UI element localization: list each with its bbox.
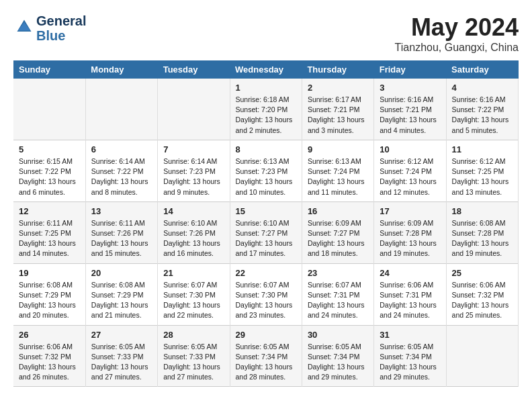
weekday-header-monday: Monday xyxy=(85,60,157,79)
calendar-cell: 18Sunrise: 6:08 AM Sunset: 7:28 PM Dayli… xyxy=(446,201,518,263)
calendar-week-row: 26Sunrise: 6:06 AM Sunset: 7:32 PM Dayli… xyxy=(13,325,519,387)
month-title: May 2024 xyxy=(395,13,519,42)
day-info: Sunrise: 6:13 AM Sunset: 7:23 PM Dayligh… xyxy=(236,156,296,197)
calendar-cell: 1Sunrise: 6:18 AM Sunset: 7:20 PM Daylig… xyxy=(230,79,302,140)
calendar-cell: 14Sunrise: 6:10 AM Sunset: 7:26 PM Dayli… xyxy=(158,201,230,263)
calendar-cell: 30Sunrise: 6:05 AM Sunset: 7:34 PM Dayli… xyxy=(302,325,373,387)
day-number: 7 xyxy=(163,144,224,154)
weekday-header-tuesday: Tuesday xyxy=(158,60,230,79)
day-number: 30 xyxy=(308,330,368,340)
calendar-week-row: 12Sunrise: 6:11 AM Sunset: 7:25 PM Dayli… xyxy=(13,201,519,263)
calendar-cell: 22Sunrise: 6:07 AM Sunset: 7:30 PM Dayli… xyxy=(230,263,302,325)
day-info: Sunrise: 6:05 AM Sunset: 7:34 PM Dayligh… xyxy=(308,342,368,383)
calendar-cell: 10Sunrise: 6:12 AM Sunset: 7:24 PM Dayli… xyxy=(374,140,446,201)
svg-marker-1 xyxy=(18,22,30,31)
day-number: 3 xyxy=(380,83,440,93)
day-number: 29 xyxy=(236,330,296,340)
day-number: 31 xyxy=(380,330,440,340)
day-info: Sunrise: 6:07 AM Sunset: 7:31 PM Dayligh… xyxy=(308,280,368,321)
calendar-cell: 13Sunrise: 6:11 AM Sunset: 7:26 PM Dayli… xyxy=(85,201,157,263)
calendar-table: SundayMondayTuesdayWednesdayThursdayFrid… xyxy=(13,60,519,387)
calendar-cell: 27Sunrise: 6:05 AM Sunset: 7:33 PM Dayli… xyxy=(85,325,157,387)
logo-line1: General xyxy=(36,13,86,28)
calendar-cell: 2Sunrise: 6:17 AM Sunset: 7:21 PM Daylig… xyxy=(302,79,373,140)
calendar-cell xyxy=(13,79,85,140)
day-number: 9 xyxy=(308,144,368,154)
day-info: Sunrise: 6:11 AM Sunset: 7:25 PM Dayligh… xyxy=(19,218,80,259)
calendar-cell: 8Sunrise: 6:13 AM Sunset: 7:23 PM Daylig… xyxy=(230,140,302,201)
day-info: Sunrise: 6:08 AM Sunset: 7:29 PM Dayligh… xyxy=(19,280,80,321)
day-info: Sunrise: 6:13 AM Sunset: 7:24 PM Dayligh… xyxy=(308,156,368,197)
day-info: Sunrise: 6:05 AM Sunset: 7:33 PM Dayligh… xyxy=(91,342,152,383)
day-number: 26 xyxy=(19,330,80,340)
day-info: Sunrise: 6:07 AM Sunset: 7:30 PM Dayligh… xyxy=(236,280,296,321)
day-info: Sunrise: 6:09 AM Sunset: 7:28 PM Dayligh… xyxy=(380,218,440,259)
day-info: Sunrise: 6:05 AM Sunset: 7:34 PM Dayligh… xyxy=(380,342,440,383)
day-info: Sunrise: 6:10 AM Sunset: 7:26 PM Dayligh… xyxy=(163,218,224,259)
weekday-header-sunday: Sunday xyxy=(13,60,85,79)
calendar-cell: 12Sunrise: 6:11 AM Sunset: 7:25 PM Dayli… xyxy=(13,201,85,263)
day-info: Sunrise: 6:08 AM Sunset: 7:28 PM Dayligh… xyxy=(452,218,513,259)
day-number: 24 xyxy=(380,268,440,278)
day-number: 2 xyxy=(308,83,368,93)
day-number: 18 xyxy=(452,206,513,216)
day-number: 15 xyxy=(236,206,296,216)
day-number: 12 xyxy=(19,206,80,216)
day-number: 1 xyxy=(236,83,296,93)
calendar-cell xyxy=(85,79,157,140)
weekday-header-saturday: Saturday xyxy=(446,60,518,79)
day-info: Sunrise: 6:14 AM Sunset: 7:22 PM Dayligh… xyxy=(91,156,152,197)
calendar-cell xyxy=(158,79,230,140)
calendar-cell: 31Sunrise: 6:05 AM Sunset: 7:34 PM Dayli… xyxy=(374,325,446,387)
calendar-cell: 21Sunrise: 6:07 AM Sunset: 7:30 PM Dayli… xyxy=(158,263,230,325)
day-info: Sunrise: 6:06 AM Sunset: 7:32 PM Dayligh… xyxy=(19,342,80,383)
title-block: May 2024 Tianzhou, Guangxi, China xyxy=(395,13,519,54)
day-number: 16 xyxy=(308,206,368,216)
day-number: 14 xyxy=(163,206,224,216)
location: Tianzhou, Guangxi, China xyxy=(395,42,519,54)
calendar-cell: 26Sunrise: 6:06 AM Sunset: 7:32 PM Dayli… xyxy=(13,325,85,387)
day-info: Sunrise: 6:08 AM Sunset: 7:29 PM Dayligh… xyxy=(91,280,152,321)
calendar-cell: 25Sunrise: 6:06 AM Sunset: 7:32 PM Dayli… xyxy=(446,263,518,325)
day-info: Sunrise: 6:09 AM Sunset: 7:27 PM Dayligh… xyxy=(308,218,368,259)
day-info: Sunrise: 6:17 AM Sunset: 7:21 PM Dayligh… xyxy=(308,95,368,136)
calendar-cell: 20Sunrise: 6:08 AM Sunset: 7:29 PM Dayli… xyxy=(85,263,157,325)
day-number: 22 xyxy=(236,268,296,278)
day-number: 21 xyxy=(163,268,224,278)
page-header: General Blue May 2024 Tianzhou, Guangxi,… xyxy=(13,13,519,54)
day-info: Sunrise: 6:06 AM Sunset: 7:31 PM Dayligh… xyxy=(380,280,440,321)
day-number: 5 xyxy=(19,144,80,154)
day-info: Sunrise: 6:15 AM Sunset: 7:22 PM Dayligh… xyxy=(19,156,80,197)
calendar-cell: 23Sunrise: 6:07 AM Sunset: 7:31 PM Dayli… xyxy=(302,263,373,325)
calendar-cell: 19Sunrise: 6:08 AM Sunset: 7:29 PM Dayli… xyxy=(13,263,85,325)
calendar-cell: 7Sunrise: 6:14 AM Sunset: 7:23 PM Daylig… xyxy=(158,140,230,201)
day-number: 13 xyxy=(91,206,152,216)
day-number: 8 xyxy=(236,144,296,154)
day-number: 25 xyxy=(452,268,513,278)
calendar-cell: 17Sunrise: 6:09 AM Sunset: 7:28 PM Dayli… xyxy=(374,201,446,263)
calendar-cell: 3Sunrise: 6:16 AM Sunset: 7:21 PM Daylig… xyxy=(374,79,446,140)
day-info: Sunrise: 6:05 AM Sunset: 7:34 PM Dayligh… xyxy=(236,342,296,383)
calendar-cell xyxy=(446,325,518,387)
day-number: 23 xyxy=(308,268,368,278)
logo: General Blue xyxy=(13,13,86,43)
day-info: Sunrise: 6:10 AM Sunset: 7:27 PM Dayligh… xyxy=(236,218,296,259)
day-info: Sunrise: 6:12 AM Sunset: 7:25 PM Dayligh… xyxy=(452,156,513,197)
calendar-cell: 28Sunrise: 6:05 AM Sunset: 7:33 PM Dayli… xyxy=(158,325,230,387)
calendar-cell: 4Sunrise: 6:16 AM Sunset: 7:22 PM Daylig… xyxy=(446,79,518,140)
logo-line2: Blue xyxy=(36,28,86,43)
day-info: Sunrise: 6:05 AM Sunset: 7:33 PM Dayligh… xyxy=(163,342,224,383)
day-number: 19 xyxy=(19,268,80,278)
day-number: 4 xyxy=(452,83,513,93)
day-number: 11 xyxy=(452,144,513,154)
day-info: Sunrise: 6:16 AM Sunset: 7:22 PM Dayligh… xyxy=(452,95,513,136)
calendar-cell: 16Sunrise: 6:09 AM Sunset: 7:27 PM Dayli… xyxy=(302,201,373,263)
calendar-cell: 5Sunrise: 6:15 AM Sunset: 7:22 PM Daylig… xyxy=(13,140,85,201)
day-info: Sunrise: 6:12 AM Sunset: 7:24 PM Dayligh… xyxy=(380,156,440,197)
day-info: Sunrise: 6:06 AM Sunset: 7:32 PM Dayligh… xyxy=(452,280,513,321)
day-info: Sunrise: 6:07 AM Sunset: 7:30 PM Dayligh… xyxy=(163,280,224,321)
day-number: 17 xyxy=(380,206,440,216)
calendar-cell: 24Sunrise: 6:06 AM Sunset: 7:31 PM Dayli… xyxy=(374,263,446,325)
day-number: 20 xyxy=(91,268,152,278)
weekday-header-friday: Friday xyxy=(374,60,446,79)
